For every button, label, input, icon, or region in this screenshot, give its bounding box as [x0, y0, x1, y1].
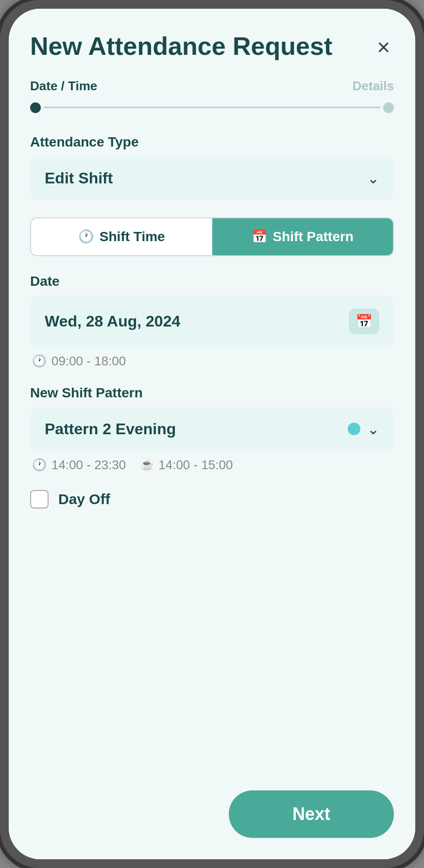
- attendance-type-dropdown[interactable]: Edit Shift ⌄: [30, 157, 394, 200]
- spacer: [30, 528, 394, 781]
- date-time-hint: 🕐 09:00 - 18:00: [30, 354, 394, 369]
- modal-title: New Attendance Request: [30, 32, 373, 61]
- pattern-chevron-icon: ⌄: [367, 421, 379, 438]
- pattern-time-row: 🕐 14:00 - 23:30 ☕ 14:00 - 15:00: [30, 458, 394, 473]
- pattern-coffee-icon: ☕: [140, 459, 153, 471]
- screen: New Attendance Request × Date / Time Det…: [9, 9, 415, 859]
- date-picker[interactable]: Wed, 28 Aug, 2024 📅: [30, 296, 394, 347]
- close-button[interactable]: ×: [373, 34, 394, 60]
- clock-toggle-icon: 🕐: [78, 229, 94, 244]
- shift-toggle-group: 🕐 Shift Time 📅 Shift Pattern: [30, 217, 394, 256]
- date-value: Wed, 28 Aug, 2024: [45, 312, 180, 330]
- step-track-line: [44, 107, 380, 108]
- steps-labels: Date / Time Details: [30, 79, 394, 98]
- step-dot-active: [30, 102, 41, 113]
- calendar-icon: 📅: [349, 309, 379, 334]
- next-button-container: Next: [30, 781, 394, 838]
- step-dot-inactive: [383, 102, 394, 113]
- pattern-controls: ⌄: [348, 421, 379, 438]
- shift-pattern-dropdown[interactable]: Pattern 2 Evening ⌄: [30, 408, 394, 451]
- step-label-details: Details: [353, 79, 394, 94]
- next-button[interactable]: Next: [229, 790, 394, 838]
- shift-time-toggle[interactable]: 🕐 Shift Time: [31, 218, 212, 255]
- date-time-range: 09:00 - 18:00: [51, 354, 126, 369]
- steps-track: [30, 102, 394, 113]
- pattern-time-range: 14:00 - 23:30: [51, 458, 126, 473]
- pattern-break-range: 14:00 - 15:00: [158, 458, 233, 473]
- pattern-value: Pattern 2 Evening: [45, 420, 176, 438]
- time-hint-clock-icon: 🕐: [32, 354, 47, 368]
- step-label-datetime: Date / Time: [30, 79, 97, 94]
- pattern-clock-icon: 🕐: [32, 458, 47, 472]
- date-section-label: Date: [30, 274, 394, 289]
- calendar-toggle-icon: 📅: [252, 229, 267, 244]
- attendance-type-label: Attendance Type: [30, 134, 394, 150]
- day-off-checkbox[interactable]: [30, 490, 49, 508]
- shift-time-label: Shift Time: [100, 229, 165, 245]
- attendance-type-value: Edit Shift: [45, 169, 113, 187]
- day-off-row: Day Off: [30, 490, 394, 508]
- header-row: New Attendance Request ×: [30, 32, 394, 61]
- attendance-type-chevron-icon: ⌄: [367, 170, 379, 187]
- new-shift-pattern-label: New Shift Pattern: [30, 385, 394, 401]
- shift-pattern-label: Shift Pattern: [273, 229, 354, 245]
- pattern-break-time: ☕ 14:00 - 15:00: [140, 458, 233, 473]
- shift-pattern-toggle[interactable]: 📅 Shift Pattern: [212, 218, 393, 255]
- modal-container: New Attendance Request × Date / Time Det…: [9, 9, 415, 859]
- pattern-color-dot: [348, 423, 360, 435]
- day-off-label: Day Off: [58, 491, 110, 508]
- pattern-shift-time: 🕐 14:00 - 23:30: [32, 458, 126, 473]
- phone-frame: New Attendance Request × Date / Time Det…: [0, 0, 424, 868]
